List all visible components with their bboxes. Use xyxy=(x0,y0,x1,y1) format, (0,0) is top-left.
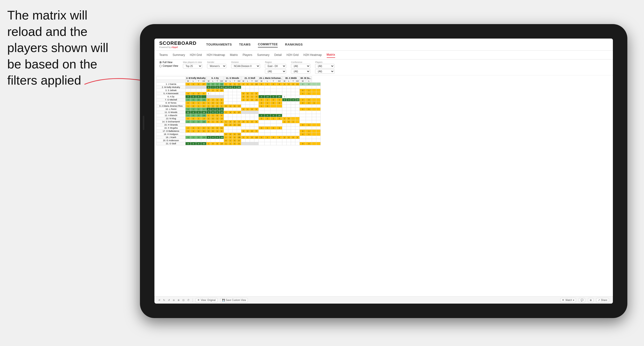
matrix-cell xyxy=(312,95,316,98)
save-custom-view-btn[interactable]: 💾 Save Custom View xyxy=(220,298,248,302)
matrix-cell xyxy=(270,86,276,89)
watch-btn[interactable]: 👁 Watch ▾ xyxy=(560,298,576,302)
matrix-cell xyxy=(250,86,254,89)
conference-select[interactable]: (All) xyxy=(291,64,310,68)
matrix-cell: 1 xyxy=(211,114,215,117)
compact-view-radio[interactable] xyxy=(159,65,162,67)
zoom-out-icon[interactable]: ⊖ xyxy=(173,299,175,301)
matrix-cell: 1 xyxy=(300,92,306,95)
matrix-cell: 1 xyxy=(206,117,211,120)
region-select[interactable]: East - DII West - DII Central - DII xyxy=(265,64,286,68)
matrix-cell xyxy=(282,92,287,95)
matrix-cell: 0 xyxy=(196,130,201,133)
player-row-name: 8. M Torres xyxy=(156,101,186,105)
save-icon: 💾 xyxy=(222,299,225,301)
conference-sub-select[interactable]: (All) xyxy=(291,69,310,74)
subnav-teams[interactable]: Teams xyxy=(159,52,168,58)
subnav-matrix[interactable]: Matrix xyxy=(230,52,238,58)
grid-btn[interactable]: ⊞ xyxy=(588,298,593,302)
matrix-cell xyxy=(241,127,246,130)
nav-tournaments[interactable]: TOURNAMENTS xyxy=(206,42,232,47)
nav-teams[interactable]: TEAMS xyxy=(239,42,251,47)
matrix-cell: 2 xyxy=(228,120,232,123)
matrix-cell: 2 xyxy=(237,105,241,108)
subnav-h2h-grid2[interactable]: H2H Grid xyxy=(286,52,298,58)
players-select[interactable]: (All) xyxy=(315,64,334,68)
subnav-matrix2[interactable]: Matrix xyxy=(327,52,335,58)
matrix-cell xyxy=(291,123,295,127)
matrix-cell xyxy=(295,120,300,123)
matrix-cell: 1 xyxy=(196,117,201,120)
matrix-cell xyxy=(312,89,316,92)
nav-rankings[interactable]: RANKINGS xyxy=(285,42,302,47)
matrix-content[interactable]: 2. M Kelly Mulcahy 6. A Dy 11. G Woods 2… xyxy=(154,75,613,296)
division-select[interactable]: NCAA Division II NCAA Division I NCAA Di… xyxy=(231,64,260,68)
subnav-h2h-heatmap[interactable]: H2H Heatmap xyxy=(207,52,225,58)
matrix-cell: 0 xyxy=(196,83,201,86)
subnav-h2h-grid[interactable]: H2H Grid xyxy=(190,52,202,58)
matrix-cell: 1 xyxy=(306,89,312,92)
redo-icon[interactable]: ↻ xyxy=(163,299,165,301)
matrix-cell: 0 xyxy=(259,117,265,120)
comment-btn[interactable]: 💬 xyxy=(579,298,585,302)
matrix-cell xyxy=(306,111,312,114)
subnav-summary[interactable]: Summary xyxy=(172,52,185,58)
matrix-cell: 0 xyxy=(300,89,306,92)
matrix-cell xyxy=(246,117,250,120)
view-original-btn[interactable]: 👁 View: Original xyxy=(196,298,218,302)
table-row: 8. M Torres001010120108001 xyxy=(156,101,321,105)
view-original-label: View: Original xyxy=(201,299,216,301)
matrix-cell xyxy=(220,139,224,142)
matrix-cell xyxy=(250,117,254,120)
matrix-cell: 0 xyxy=(215,89,220,92)
subnav-h2h-heatmap2[interactable]: H2H Heatmap xyxy=(303,52,322,58)
matrix-cell: 0 xyxy=(246,95,250,98)
max-players-select[interactable]: Top 25 Top 50 All xyxy=(183,64,202,68)
gender-select[interactable]: Women's Men's xyxy=(207,64,226,68)
subnav-players[interactable]: Players xyxy=(242,52,252,58)
compact-view-option[interactable]: Compact View xyxy=(159,65,178,67)
matrix-cell xyxy=(237,95,241,98)
fit-icon[interactable]: ⊡ xyxy=(182,299,184,301)
matrix-cell: 1 xyxy=(241,98,246,101)
matrix-cell: 3 xyxy=(186,92,191,95)
region-sub-select[interactable]: (All) xyxy=(265,69,286,74)
matrix-cell xyxy=(300,111,306,114)
full-view-radio[interactable] xyxy=(159,61,162,64)
table-row: 21. O Stoll4003310014110903 xyxy=(156,142,321,145)
matrix-cell xyxy=(287,127,291,130)
subnav-detail[interactable]: Detail xyxy=(274,52,282,58)
matrix-cell xyxy=(228,98,232,101)
col-header-player-4: 21. O Stoll xyxy=(241,77,259,80)
matrix-cell: 2 xyxy=(241,136,246,139)
matrix-cell: 1 xyxy=(259,105,265,108)
matrix-cell xyxy=(254,111,259,114)
matrix-cell xyxy=(237,108,241,111)
matrix-cell: 4 xyxy=(276,98,282,101)
matrix-cell: 0 xyxy=(215,114,220,117)
players-sub-select[interactable]: (All) xyxy=(315,69,334,74)
matrix-cell xyxy=(291,127,295,130)
refresh-icon[interactable]: ↺ xyxy=(168,299,170,301)
matrix-cell xyxy=(291,105,295,108)
matrix-cell: 0 xyxy=(264,105,270,108)
max-players-filter: Max players in view Top 25 Top 50 All xyxy=(183,61,202,68)
matrix-cell xyxy=(241,123,246,127)
player-row-name: 11. G Woods xyxy=(156,111,186,114)
matrix-cell xyxy=(287,108,291,111)
matrix-cell: -2 xyxy=(201,117,206,120)
subnav-summary2[interactable]: Summary xyxy=(257,52,269,58)
matrix-cell xyxy=(254,133,259,136)
matrix-cell: 0 xyxy=(215,142,220,145)
timer-icon[interactable]: ⏱ xyxy=(187,299,190,301)
matrix-cell: 0 xyxy=(228,133,232,136)
matrix-cell xyxy=(259,86,265,89)
matrix-cell xyxy=(232,92,237,95)
wlt-dif-2: Dif xyxy=(220,80,224,83)
nav-committee[interactable]: COMMITTEE xyxy=(258,41,278,47)
wlt-w-4: W xyxy=(241,80,246,83)
zoom-in-icon[interactable]: ⊕ xyxy=(178,299,180,301)
full-view-option[interactable]: Full View xyxy=(159,61,178,64)
undo-icon[interactable]: ↺ xyxy=(158,299,160,301)
share-btn[interactable]: ↗ Share xyxy=(596,298,609,302)
